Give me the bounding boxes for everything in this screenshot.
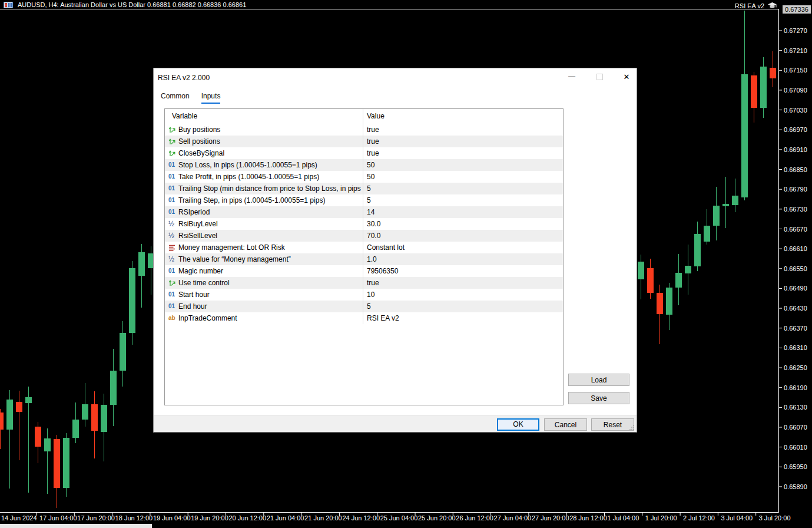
- param-value[interactable]: 30.0: [363, 218, 563, 230]
- param-row[interactable]: Use time controltrue: [165, 277, 563, 289]
- param-name: Magic number: [178, 265, 223, 277]
- param-row[interactable]: CloseBySignaltrue: [165, 147, 563, 159]
- param-variable-cell: CloseBySignal: [165, 147, 363, 159]
- ok-button[interactable]: OK: [497, 418, 539, 431]
- column-header-value[interactable]: Value: [363, 109, 563, 124]
- save-button[interactable]: Save: [568, 392, 629, 404]
- param-value[interactable]: 5: [363, 183, 563, 194]
- ea-hat-icon[interactable]: [767, 2, 777, 10]
- time-axis-label: 24 Jun 12:00: [342, 514, 380, 522]
- param-name: Start hour: [178, 289, 210, 301]
- param-variable-cell: 01Start hour: [165, 289, 363, 301]
- bool-param-icon: [168, 279, 178, 286]
- price-axis-label: 0.67030: [784, 107, 807, 114]
- candle-up: [120, 321, 126, 387]
- column-header-variable[interactable]: Variable: [165, 109, 363, 124]
- time-axis-label: 20 Jun 12:00: [229, 514, 267, 522]
- candle-up: [138, 244, 145, 308]
- table-header: Variable Value: [165, 109, 563, 124]
- param-value[interactable]: 10: [363, 289, 563, 301]
- int-param-icon: 01: [168, 194, 178, 206]
- candle-up: [732, 179, 738, 212]
- candle-down: [751, 72, 757, 123]
- maximize-button[interactable]: [594, 71, 605, 82]
- tab-inputs[interactable]: Inputs: [201, 92, 221, 104]
- param-value[interactable]: true: [363, 147, 563, 159]
- param-value[interactable]: 5: [363, 194, 563, 206]
- param-row[interactable]: 01Trailing Step, in pips (1.00045-1.0005…: [165, 194, 563, 206]
- time-axis-label: 17 Jun 04:00: [39, 514, 77, 522]
- time-axis-label: 26 Jun 12:00: [456, 514, 493, 522]
- candle-up: [72, 402, 79, 443]
- chart-window-icon: [4, 2, 13, 8]
- param-value[interactable]: 1.0: [363, 253, 563, 265]
- dialog-title[interactable]: RSI EA v2 2.000: [158, 74, 210, 82]
- param-row[interactable]: Buy positionstrue: [165, 124, 563, 136]
- time-axis-label: 3 Jul 04:00: [721, 514, 753, 522]
- param-name: Stop Loss, in pips (1.00045-1.00055=1 pi…: [178, 159, 317, 171]
- candle-down: [770, 51, 776, 87]
- resize-grip[interactable]: [629, 425, 635, 430]
- close-button[interactable]: ✕: [621, 71, 632, 82]
- candle-up: [666, 283, 672, 330]
- param-value[interactable]: true: [363, 124, 563, 136]
- candle-down: [647, 259, 654, 299]
- reset-button[interactable]: Reset: [591, 418, 634, 431]
- candle-up: [6, 390, 13, 489]
- param-row[interactable]: Money management: Lot OR RiskConstant lo…: [165, 242, 563, 253]
- cancel-button[interactable]: Cancel: [544, 418, 587, 431]
- param-value[interactable]: true: [363, 277, 563, 289]
- param-row[interactable]: ½RsiBuyLevel30.0: [165, 218, 563, 230]
- param-name: End hour: [178, 301, 207, 312]
- minimize-button[interactable]: —: [566, 71, 578, 82]
- param-row[interactable]: 01End hour5: [165, 301, 563, 312]
- candle-up: [82, 383, 88, 427]
- param-row[interactable]: 01Stop Loss, in pips (1.00045-1.00055=1 …: [165, 159, 563, 171]
- param-row[interactable]: 01Take Profit, in pips (1.00045-1.00055=…: [165, 171, 563, 183]
- candle-down: [54, 435, 60, 508]
- param-value[interactable]: 79506350: [363, 265, 563, 277]
- param-name: RsiBuyLevel: [178, 218, 218, 230]
- param-value[interactable]: 70.0: [363, 230, 563, 242]
- candle-up: [101, 394, 107, 461]
- param-value[interactable]: 50: [363, 171, 563, 183]
- candle-down: [657, 285, 663, 344]
- tab-common[interactable]: Common: [161, 92, 190, 104]
- time-axis-label: 18 Jun 12:00: [115, 514, 153, 522]
- int-param-icon: 01: [168, 159, 178, 171]
- param-row[interactable]: 01RSIperiod14: [165, 206, 563, 218]
- param-value[interactable]: 50: [363, 159, 563, 171]
- param-row[interactable]: 01Start hour10: [165, 289, 563, 301]
- param-row[interactable]: 01Magic number79506350: [165, 265, 563, 277]
- price-axis-label: 0.67150: [784, 67, 807, 74]
- ea-name-label: RSI EA v2: [735, 2, 764, 9]
- price-axis-label: 0.66910: [784, 146, 807, 153]
- param-row[interactable]: ½RsiSellLevel70.0: [165, 230, 563, 242]
- price-axis-label: 0.66010: [784, 444, 807, 451]
- param-value[interactable]: RSI EA v2: [363, 312, 563, 324]
- double-param-icon: ½: [168, 218, 178, 230]
- param-row[interactable]: ½The value for “Money management”1.0: [165, 253, 563, 265]
- time-axis-label: 14 Jun 2024: [1, 514, 37, 522]
- param-variable-cell: abInpTradeComment: [165, 312, 363, 324]
- price-axis-label: 0.66550: [784, 265, 807, 272]
- candle-down: [0, 409, 4, 449]
- param-value[interactable]: true: [363, 136, 563, 147]
- param-value[interactable]: 5: [363, 301, 563, 312]
- candle-down: [16, 391, 22, 460]
- param-value[interactable]: Constant lot: [363, 242, 563, 253]
- param-name: Take Profit, in pips (1.00045-1.00055=1 …: [178, 171, 319, 183]
- load-button[interactable]: Load: [568, 374, 629, 386]
- param-name: Buy positions: [178, 124, 220, 136]
- dialog-tabs: Common Inputs: [161, 92, 220, 104]
- inputs-table: Variable Value Buy positionstrueSell pos…: [164, 108, 564, 405]
- param-row[interactable]: Sell positionstrue: [165, 136, 563, 147]
- param-value[interactable]: 14: [363, 206, 563, 218]
- status-strip: [0, 524, 152, 528]
- param-row[interactable]: abInpTradeCommentRSI EA v2: [165, 312, 563, 324]
- candle-up: [110, 349, 117, 426]
- candle-up: [694, 222, 701, 271]
- candle-up: [675, 254, 682, 305]
- param-row[interactable]: 01Trailing Stop (min distance from price…: [165, 183, 563, 194]
- price-axis-label: 0.66970: [784, 126, 807, 133]
